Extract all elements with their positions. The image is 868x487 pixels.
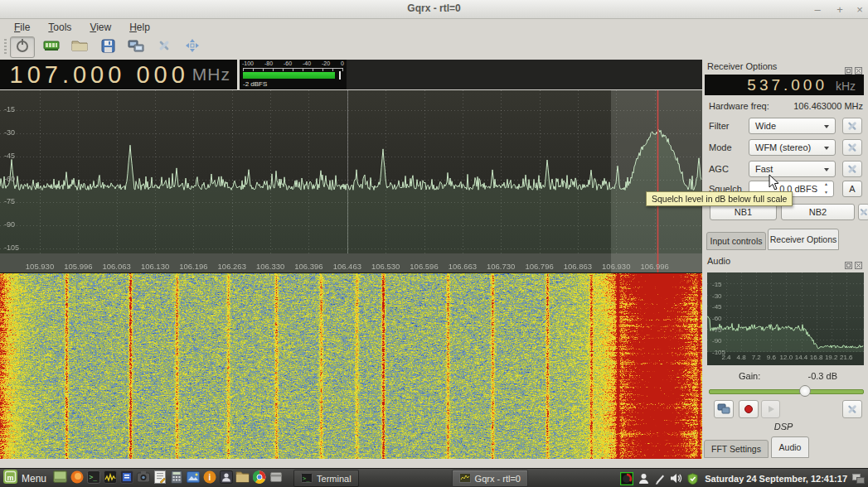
close-button[interactable]: × — [852, 3, 867, 16]
menu-item-file[interactable]: File — [5, 20, 39, 35]
spectrum-freq-label: 106.663 — [444, 262, 481, 271]
audio-db-label: -90 — [712, 337, 722, 345]
recorder-tray-icon[interactable] — [620, 472, 633, 485]
window-list: >_TerminalGqrx - rtl=0 — [293, 470, 531, 487]
spectrum-db-label: -75 — [4, 197, 15, 205]
hardware-freq-value: 106.463000 MHz — [746, 101, 863, 111]
power-icon — [15, 38, 30, 56]
spectrum-freq-label: 106.530 — [367, 262, 404, 271]
menu-item-help[interactable]: Help — [120, 20, 159, 35]
user-tray-icon[interactable] — [638, 473, 649, 485]
audio-options-button[interactable] — [842, 400, 862, 418]
launcher-archive[interactable] — [269, 471, 283, 485]
audio-db-label: -60 — [712, 315, 722, 322]
pen-tray-icon[interactable] — [654, 473, 665, 485]
nb1-button[interactable]: NB1 — [710, 204, 777, 220]
dock-float-icon[interactable] — [845, 258, 852, 265]
spectrum-db-label: -30 — [4, 128, 15, 137]
audio-stream-button[interactable] — [714, 400, 734, 418]
launcher-terminal[interactable]: >_ — [86, 471, 100, 485]
dock-close-icon[interactable] — [855, 258, 862, 265]
audio-khz-label: 21.6 — [836, 354, 856, 361]
nb2-button[interactable]: NB2 — [781, 204, 855, 220]
dock-float-icon[interactable] — [845, 63, 852, 70]
agc-select[interactable]: Fast — [749, 161, 836, 177]
dsp-tabs-tab-fft-settings[interactable]: FFT Settings — [704, 440, 769, 458]
agc-options-button[interactable] — [842, 161, 862, 177]
menu-item-view[interactable]: View — [80, 20, 120, 35]
launcher-file-manager[interactable] — [235, 471, 250, 485]
folder-icon — [71, 39, 88, 55]
gain-slider-handle[interactable] — [799, 385, 811, 397]
offset-frequency-digits[interactable]: 537.000 — [705, 76, 827, 94]
filter-label: Filter — [709, 121, 729, 131]
launcher-calculator[interactable] — [169, 471, 183, 485]
taskbar-window-terminal[interactable]: >_Terminal — [293, 470, 359, 487]
gain-slider[interactable] — [709, 389, 864, 394]
remote-control-button[interactable] — [124, 37, 148, 57]
meter-level-bar — [243, 72, 335, 79]
mint-menu-button[interactable]: m Menu — [0, 469, 53, 487]
receiver-options-title: Receiver Options — [707, 61, 777, 71]
filter-shape-button[interactable] — [842, 118, 862, 134]
center-pan-button[interactable] — [181, 37, 204, 57]
dsp-options-button[interactable] — [153, 37, 176, 57]
menu-item-tools[interactable]: Tools — [39, 20, 80, 35]
launcher-gnuradio[interactable] — [103, 471, 117, 485]
launcher-package-info[interactable]: i — [202, 471, 216, 485]
audio-panel-title: Audio — [707, 256, 730, 266]
dock-close-icon[interactable] — [855, 63, 862, 70]
offset-frequency-display[interactable]: 537.000 kHz — [705, 75, 864, 95]
start-dsp-button[interactable] — [10, 36, 35, 58]
mode-select[interactable]: WFM (stereo) — [749, 139, 836, 156]
window-titlebar[interactable]: Gqrx - rtl=0 – + × — [0, 0, 868, 19]
load-settings-button[interactable] — [68, 37, 91, 57]
launcher-image-viewer[interactable] — [186, 471, 200, 485]
toolbar-grip[interactable] — [4, 39, 7, 55]
taskbar-window-gqrx[interactable]: Gqrx - rtl=0 — [452, 470, 528, 487]
mode-value: WFM (stereo) — [755, 142, 811, 152]
frequency-digits[interactable]: 107.000 000 — [10, 61, 189, 89]
taskbar-clock[interactable]: Saturday 24 September, 12:41:17 — [705, 474, 847, 484]
pan-icon — [185, 38, 200, 56]
spin-down-icon[interactable]: ▼ — [824, 190, 828, 195]
nb-options-button[interactable] — [858, 204, 868, 220]
updates-tray-icon[interactable] — [687, 473, 698, 485]
workspace-switcher-icon[interactable] — [852, 474, 865, 484]
filter-select[interactable]: Wide — [749, 118, 836, 134]
file-manager-icon — [235, 470, 250, 486]
configure-io-button[interactable] — [40, 37, 63, 57]
camera-icon — [137, 470, 150, 487]
spectrum-plot[interactable] — [0, 90, 702, 272]
launcher-writer[interactable] — [119, 471, 133, 485]
volume-tray-icon[interactable] — [670, 473, 682, 484]
frequency-display[interactable]: 107.000 000 MHz — [0, 60, 237, 89]
svg-text:i: i — [208, 473, 211, 482]
spectrum-freq-label: 106.130 — [137, 262, 173, 271]
squelch-auto-button[interactable]: A — [842, 181, 862, 197]
spin-up-icon[interactable]: ▲ — [824, 181, 828, 186]
launcher-text-editor[interactable] — [153, 471, 167, 485]
minimize-button[interactable]: – — [810, 3, 825, 16]
launcher-camera[interactable] — [136, 471, 150, 485]
dsp-tabs-tab-audio[interactable]: Audio — [771, 436, 809, 458]
audio-record-button[interactable] — [739, 400, 759, 418]
rcv-tabs-tab-input-controls[interactable]: Input controls — [706, 232, 766, 250]
rcv-tabs-tab-receiver-options[interactable]: Receiver Options — [768, 229, 839, 250]
launcher-chrome[interactable] — [252, 471, 266, 485]
spectrum-freq-label: 106.796 — [521, 262, 558, 271]
mode-options-button[interactable] — [842, 139, 862, 156]
save-settings-button[interactable] — [96, 37, 119, 57]
spectrum-freq-label: 106.396 — [290, 262, 327, 271]
launcher-firefox[interactable] — [70, 471, 84, 485]
floppy-icon — [101, 39, 115, 56]
maximize-button[interactable]: + — [832, 3, 847, 16]
signal-strength-meter: -100-80-60-40-200 -2 dBFS — [240, 60, 347, 89]
calculator-icon — [170, 470, 183, 487]
launcher-show-desktop[interactable] — [53, 471, 67, 485]
waterfall[interactable] — [0, 272, 702, 459]
frequency-unit: MHz — [192, 65, 230, 84]
launcher-contacts[interactable] — [219, 471, 233, 485]
meter-tick-label: 0 — [341, 60, 344, 66]
svg-text:m: m — [7, 474, 14, 482]
